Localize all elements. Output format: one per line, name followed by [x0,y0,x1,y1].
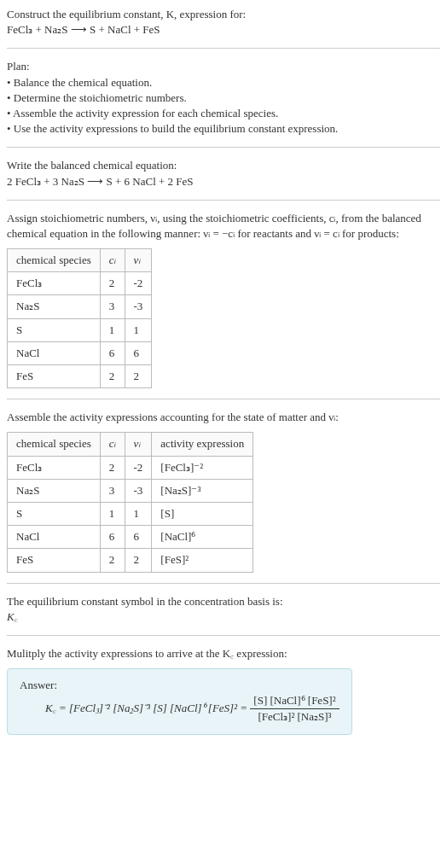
divider [7,635,440,636]
multiply-text: Mulitply the activity expressions to arr… [7,646,440,661]
cell-vi: 6 [125,341,152,364]
table-header-row: chemical species cᵢ νᵢ [8,249,152,272]
table-row: S 1 1 [8,318,152,341]
cell-vi: 2 [125,549,152,572]
cell-ci: 6 [100,341,125,364]
cell-species: FeCl₃ [8,456,101,479]
assemble-block: Assemble the activity expressions accoun… [7,410,440,425]
divider [7,48,440,49]
table-row: FeS 2 2 [FeS]² [8,549,253,572]
plan-item: • Balance the chemical equation. [7,75,440,90]
cell-ci: 1 [100,502,125,525]
cell-species: NaCl [8,341,101,364]
cell-vi: -3 [125,479,152,502]
cell-vi: 1 [125,318,152,341]
assemble-text: Assemble the activity expressions accoun… [7,410,440,425]
plan-item: • Determine the stoichiometric numbers. [7,90,440,106]
header-species: chemical species [8,249,101,272]
divider [7,399,440,399]
answer-denominator: [FeCl₃]² [Na₂S]³ [250,709,339,725]
balanced-block: Write the balanced chemical equation: 2 … [7,158,440,189]
answer-fraction: [S] [NaCl]⁶ [FeS]² [FeCl₃]² [Na₂S]³ [250,693,339,725]
cell-ci: 2 [100,272,125,295]
cell-species: Na₂S [8,295,101,318]
plan-item: • Assemble the activity expression for e… [7,106,440,121]
divider [7,583,440,584]
cell-ci: 3 [100,479,125,502]
cell-ci: 3 [100,295,125,318]
answer-lhs: K꜀ = [FeCl₃]⁻² [Na₂S]⁻³ [S] [NaCl]⁶ [FeS… [45,702,250,714]
answer-numerator: [S] [NaCl]⁶ [FeS]² [250,693,339,709]
cell-activity: [FeCl₃]⁻² [152,456,253,479]
cell-species: S [8,318,101,341]
header-species: chemical species [8,433,101,456]
prompt-equation: FeCl₃ + Na₂S ⟶ S + NaCl + FeS [7,22,440,38]
stoich-table: chemical species cᵢ νᵢ FeCl₃ 2 -2 Na₂S 3… [7,248,152,388]
cell-ci: 2 [100,365,125,388]
table-row: Na₂S 3 -3 [Na₂S]⁻³ [8,479,253,502]
cell-vi: -2 [125,456,152,479]
plan-heading: Plan: [7,59,440,74]
cell-species: NaCl [8,526,101,549]
cell-vi: 6 [125,526,152,549]
header-ci: cᵢ [100,249,125,272]
symbol-var: K꜀ [7,609,440,625]
table-row: NaCl 6 6 [8,341,152,364]
table-row: FeCl₃ 2 -2 [FeCl₃]⁻² [8,456,253,479]
divider [7,200,440,201]
prompt-block: Construct the equilibrium constant, K, e… [7,7,440,38]
plan-item: • Use the activity expressions to build … [7,121,440,137]
cell-activity: [NaCl]⁶ [152,526,253,549]
cell-vi: 1 [125,502,152,525]
header-vi: νᵢ [125,249,152,272]
balanced-equation: 2 FeCl₃ + 3 Na₂S ⟶ S + 6 NaCl + 2 FeS [7,174,440,189]
cell-vi: -3 [125,295,152,318]
cell-species: FeCl₃ [8,272,101,295]
answer-label: Answer: [20,678,340,693]
table-row: NaCl 6 6 [NaCl]⁶ [8,526,253,549]
cell-species: Na₂S [8,479,101,502]
plan-block: Plan: • Balance the chemical equation. •… [7,59,440,137]
balanced-heading: Write the balanced chemical equation: [7,158,440,173]
header-activity: activity expression [152,433,253,456]
divider [7,147,440,148]
cell-ci: 2 [100,549,125,572]
cell-species: S [8,502,101,525]
prompt-line1: Construct the equilibrium constant, K, e… [7,7,440,22]
cell-activity: [S] [152,502,253,525]
activity-table: chemical species cᵢ νᵢ activity expressi… [7,432,253,572]
cell-activity: [FeS]² [152,549,253,572]
cell-activity: [Na₂S]⁻³ [152,479,253,502]
cell-species: FeS [8,365,101,388]
answer-expression: K꜀ = [FeCl₃]⁻² [Na₂S]⁻³ [S] [NaCl]⁶ [FeS… [45,693,340,725]
cell-ci: 1 [100,318,125,341]
answer-box: Answer: K꜀ = [FeCl₃]⁻² [Na₂S]⁻³ [S] [NaC… [7,668,352,735]
cell-ci: 6 [100,526,125,549]
header-vi: νᵢ [125,433,152,456]
symbol-text: The equilibrium constant symbol in the c… [7,594,440,609]
cell-ci: 2 [100,456,125,479]
table-header-row: chemical species cᵢ νᵢ activity expressi… [8,433,253,456]
cell-vi: 2 [125,365,152,388]
assign-text: Assign stoichiometric numbers, νᵢ, using… [7,211,440,242]
table-row: S 1 1 [S] [8,502,253,525]
assign-block: Assign stoichiometric numbers, νᵢ, using… [7,211,440,242]
table-row: FeS 2 2 [8,365,152,388]
cell-species: FeS [8,549,101,572]
table-row: FeCl₃ 2 -2 [8,272,152,295]
multiply-block: Mulitply the activity expressions to arr… [7,646,440,661]
header-ci: cᵢ [100,433,125,456]
table-row: Na₂S 3 -3 [8,295,152,318]
symbol-block: The equilibrium constant symbol in the c… [7,594,440,625]
cell-vi: -2 [125,272,152,295]
